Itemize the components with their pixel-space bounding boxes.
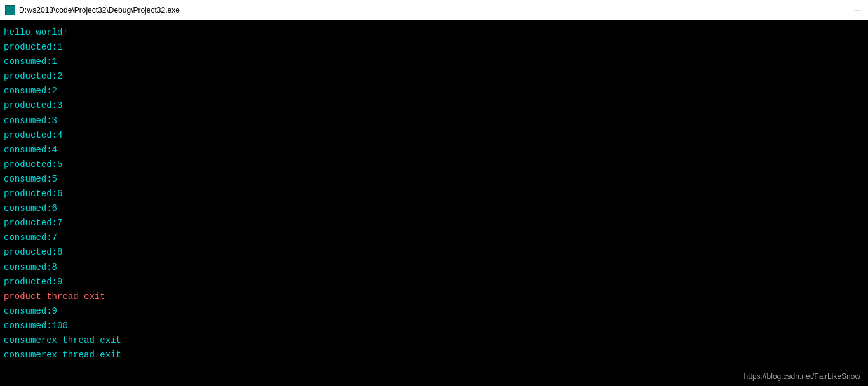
console-line: consumed:100 bbox=[4, 319, 864, 333]
console-output: hello world!producted:1consumed:1product… bbox=[0, 20, 868, 386]
console-line: producted:1 bbox=[4, 40, 864, 55]
console-line: producted:2 bbox=[4, 69, 864, 84]
console-line: consumed:5 bbox=[4, 172, 864, 187]
console-line: consumed:7 bbox=[4, 230, 864, 245]
console-line: consumed:6 bbox=[4, 201, 864, 216]
console-line: producted:5 bbox=[4, 157, 864, 172]
console-line: consumerex thread exit bbox=[4, 333, 864, 348]
watermark: https://blog.csdn.net/FairLikeSnow bbox=[744, 372, 860, 381]
console-line: consumed:9 bbox=[4, 304, 864, 319]
window-title: D:\vs2013\code\Project32\Debug\Project32… bbox=[19, 6, 180, 15]
console-line: consumed:2 bbox=[4, 84, 864, 98]
console-line: consumed:4 bbox=[4, 143, 864, 157]
console-line: producted:8 bbox=[4, 245, 864, 260]
console-line: producted:4 bbox=[4, 128, 864, 143]
console-line: consumed:3 bbox=[4, 114, 864, 128]
app-icon bbox=[5, 5, 15, 15]
title-bar: D:\vs2013\code\Project32\Debug\Project32… bbox=[0, 0, 868, 20]
console-lines: hello world!producted:1consumed:1product… bbox=[4, 25, 864, 363]
console-line: product thread exit bbox=[4, 290, 864, 304]
console-line: hello world! bbox=[4, 25, 864, 40]
console-line: consumed:1 bbox=[4, 55, 864, 69]
title-bar-left: D:\vs2013\code\Project32\Debug\Project32… bbox=[5, 5, 180, 15]
console-line: consumerex thread exit bbox=[4, 348, 864, 363]
console-line: producted:6 bbox=[4, 187, 864, 201]
console-line: producted:3 bbox=[4, 98, 864, 113]
console-line: producted:9 bbox=[4, 275, 864, 290]
minimize-button[interactable]: — bbox=[851, 4, 863, 16]
console-line: consumed:8 bbox=[4, 260, 864, 275]
title-bar-controls: — bbox=[851, 4, 863, 16]
console-line: producted:7 bbox=[4, 216, 864, 230]
